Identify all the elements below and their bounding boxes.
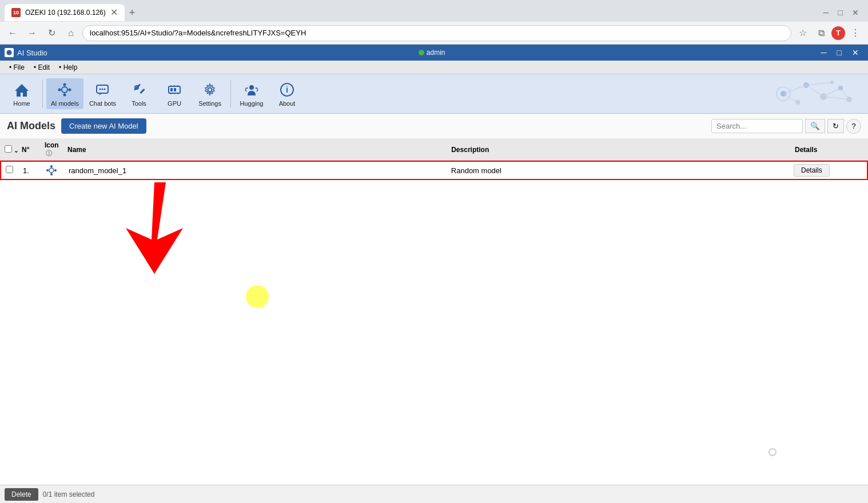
app-maximize-btn[interactable]: □	[833, 47, 846, 58]
svg-line-41	[806, 82, 832, 85]
admin-status-dot	[419, 50, 424, 55]
extensions-btn[interactable]: ⧉	[813, 25, 829, 41]
col-icon-info: ⓘ	[46, 150, 52, 157]
svg-line-40	[806, 85, 823, 97]
row-1-checkbox[interactable]	[6, 166, 13, 173]
toolbar-chatbots-btn[interactable]: Chat bots	[85, 78, 121, 109]
col-header-name: Name	[67, 146, 451, 154]
svg-point-2	[63, 83, 66, 86]
svg-point-27	[249, 85, 254, 90]
search-area: 🔍 ↻ ?	[711, 119, 861, 134]
toolbar-gpu-btn[interactable]: GPU	[157, 78, 192, 109]
search-input[interactable]	[711, 119, 803, 133]
app-window: AI Studio admin ─ □ ✕ • File • Edit • He…	[0, 45, 868, 503]
refresh-button[interactable]: ↻	[43, 25, 59, 41]
browser-tab[interactable]: 10 OZEKI 10 (192.168.0.126) ✕	[5, 4, 125, 21]
svg-text:i: i	[286, 85, 288, 94]
small-circle-indicator	[769, 448, 777, 456]
svg-point-26	[208, 88, 212, 92]
menu-btn[interactable]: ⋮	[847, 25, 863, 41]
delete-button[interactable]: Delete	[5, 488, 38, 501]
menu-help[interactable]: • Help	[54, 62, 82, 73]
admin-badge: admin	[419, 49, 445, 57]
svg-point-13	[104, 89, 106, 90]
app-titlebar: AI Studio admin ─ □ ✕	[0, 45, 868, 61]
svg-line-42	[823, 88, 841, 97]
new-tab-button[interactable]: +	[125, 7, 140, 19]
menu-file[interactable]: • File	[5, 62, 29, 73]
toolbar-aimodels-btn[interactable]: AI models	[46, 78, 83, 109]
browser-maximize-btn[interactable]: □	[834, 6, 847, 19]
about-label: About	[279, 100, 296, 107]
settings-label: Settings	[198, 100, 221, 107]
svg-point-46	[50, 165, 53, 167]
user-avatar[interactable]: T	[831, 26, 845, 40]
select-all-checkbox[interactable]	[5, 145, 12, 153]
create-new-model-btn[interactable]: Create new AI Model	[61, 118, 146, 134]
toolbar-tools-btn[interactable]: Tools	[122, 78, 156, 109]
app-close-btn[interactable]: ✕	[847, 47, 863, 58]
tab-favicon: 10	[11, 8, 21, 17]
settings-icon	[201, 81, 219, 99]
app-title-icon	[5, 48, 14, 57]
tab-close-btn[interactable]: ✕	[110, 8, 118, 17]
search-button[interactable]: 🔍	[805, 119, 825, 133]
hugging-icon	[242, 81, 261, 99]
admin-label: admin	[427, 49, 445, 57]
svg-point-49	[54, 169, 57, 171]
toolbar-home-btn[interactable]: Home	[5, 78, 39, 109]
svg-rect-15	[140, 89, 145, 94]
app-title-text: AI Studio	[17, 49, 47, 57]
browser-minimize-btn[interactable]: ─	[819, 6, 834, 19]
svg-rect-18	[170, 88, 173, 91]
toolbar-right	[305, 77, 863, 111]
browser-close-btn[interactable]: ✕	[847, 6, 863, 19]
about-icon: i	[278, 81, 296, 99]
status-bar: Delete 0/1 item selected	[0, 485, 868, 503]
row-1-icon-cell	[46, 165, 69, 176]
chatbots-icon	[93, 81, 112, 99]
svg-point-1	[62, 87, 67, 93]
cursor-indicator	[246, 285, 269, 308]
toolbar: Home AI models	[0, 74, 868, 114]
svg-rect-19	[174, 88, 176, 91]
forward-button[interactable]: →	[24, 25, 40, 41]
svg-point-45	[49, 168, 54, 173]
svg-point-11	[99, 89, 101, 90]
tools-label: Tools	[132, 100, 146, 107]
app-title-left: AI Studio	[5, 48, 47, 57]
app-minimize-btn[interactable]: ─	[817, 47, 831, 58]
address-input[interactable]	[82, 25, 791, 41]
home-icon	[13, 81, 31, 99]
row-1-num: 1.	[23, 166, 46, 175]
row-1-description: Random model	[451, 166, 794, 175]
tab-title: OZEKI 10 (192.168.0.126)	[25, 9, 106, 17]
toolbar-settings-btn[interactable]: Settings	[193, 78, 227, 109]
col-header-check: ⌄	[5, 145, 22, 154]
selection-status: 0/1 item selected	[43, 490, 95, 498]
row-checkbox-cell	[6, 166, 23, 175]
home-button[interactable]: ⌂	[63, 25, 79, 41]
row-1-name: random_model_1	[69, 166, 451, 175]
address-bar-row: ← → ↻ ⌂ ☆ ⧉ T ⋮	[0, 22, 868, 45]
row-1-details-cell: Details	[794, 164, 862, 177]
content-help-btn[interactable]: ?	[846, 119, 861, 134]
svg-point-5	[69, 89, 71, 91]
menu-edit[interactable]: • Edit	[29, 62, 54, 73]
network-graphic	[749, 77, 863, 111]
table-header: ⌄ N° Icon ⓘ Name Description Details	[0, 139, 868, 161]
bookmark-btn[interactable]: ☆	[795, 25, 811, 41]
hugging-label: Hugging	[240, 100, 264, 107]
toolbar-hugging-btn[interactable]: Hugging	[234, 78, 269, 109]
browser-chrome: 10 OZEKI 10 (192.168.0.126) ✕ + ─ □ ✕ ← …	[0, 0, 868, 45]
content-refresh-btn[interactable]: ↻	[827, 119, 844, 133]
row-1-details-btn[interactable]: Details	[794, 164, 830, 177]
toolbar-about-btn[interactable]: i About	[270, 78, 304, 109]
svg-point-3	[63, 94, 66, 97]
svg-point-12	[102, 89, 103, 90]
aimodels-icon	[55, 81, 74, 99]
main-content: AI Models Create new AI Model 🔍 ↻ ? ⌄ N°…	[0, 114, 868, 485]
chatbots-label: Chat bots	[89, 100, 116, 107]
svg-point-47	[50, 173, 53, 175]
back-button[interactable]: ←	[5, 25, 21, 41]
